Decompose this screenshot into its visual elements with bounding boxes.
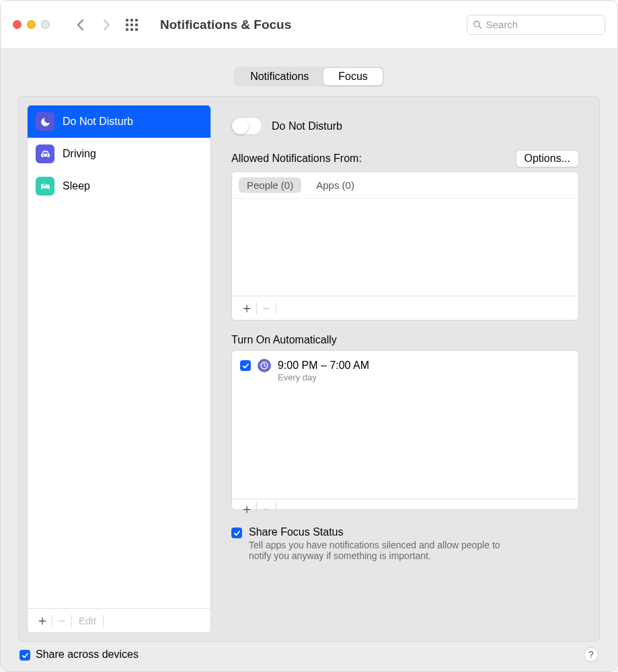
window-title: Notifications & Focus bbox=[160, 17, 291, 32]
tab-segmented-control: Notifications Focus bbox=[234, 67, 384, 87]
window-controls bbox=[13, 20, 50, 29]
grid-icon bbox=[126, 19, 138, 31]
bottom-row: Share across devices ? bbox=[18, 642, 600, 662]
content-area: Notifications Focus Do Not Disturb Drivi… bbox=[1, 49, 617, 671]
share-focus-status-desc: Tell apps you have notifications silence… bbox=[231, 540, 514, 561]
close-window-button[interactable] bbox=[13, 20, 22, 29]
turn-on-label: Turn On Automatically bbox=[231, 334, 579, 346]
focus-item-label: Sleep bbox=[63, 180, 90, 192]
search-input[interactable] bbox=[486, 19, 599, 30]
people-tab[interactable]: People (0) bbox=[239, 177, 301, 193]
svg-line-1 bbox=[479, 26, 481, 28]
do-not-disturb-toggle[interactable] bbox=[231, 117, 262, 135]
edit-focus-button[interactable]: Edit bbox=[72, 615, 103, 626]
schedule-item[interactable]: 9:00 PM – 7:00 AM Every day bbox=[232, 351, 578, 391]
car-icon bbox=[36, 144, 54, 163]
focus-item-driving[interactable]: Driving bbox=[28, 138, 210, 170]
share-across-devices-label: Share across devices bbox=[36, 648, 139, 661]
tab-focus[interactable]: Focus bbox=[323, 68, 383, 85]
add-focus-button[interactable]: ＋ bbox=[33, 612, 52, 630]
focus-item-label: Do Not Disturb bbox=[63, 116, 133, 128]
bed-icon bbox=[36, 177, 54, 196]
chevron-left-icon bbox=[77, 19, 85, 31]
allowed-notifications-box: People (0) Apps (0) ＋ － bbox=[231, 171, 579, 321]
allowed-notifications-label: Allowed Notifications From: bbox=[231, 153, 362, 165]
add-schedule-button[interactable]: ＋ bbox=[237, 499, 256, 518]
chevron-right-icon bbox=[102, 19, 110, 31]
zoom-window-button[interactable] bbox=[41, 20, 50, 29]
tab-notifications[interactable]: Notifications bbox=[235, 68, 323, 85]
help-button[interactable]: ? bbox=[584, 647, 598, 662]
focus-item-label: Driving bbox=[63, 148, 96, 160]
schedule-repeat: Every day bbox=[278, 372, 369, 383]
focus-list: Do Not Disturb Driving Sleep ＋ bbox=[27, 105, 211, 633]
focus-list-footer: ＋ － Edit bbox=[28, 608, 210, 632]
apps-tab[interactable]: Apps (0) bbox=[308, 177, 362, 193]
forward-button[interactable] bbox=[100, 18, 113, 32]
focus-item-sleep[interactable]: Sleep bbox=[28, 170, 210, 202]
allowed-list bbox=[232, 199, 578, 296]
back-button[interactable] bbox=[74, 18, 87, 32]
search-field[interactable] bbox=[467, 15, 605, 35]
share-focus-status-checkbox[interactable] bbox=[231, 528, 242, 538]
add-allowed-button[interactable]: ＋ bbox=[237, 299, 256, 318]
share-across-devices-checkbox[interactable] bbox=[20, 650, 30, 661]
system-preferences-window: Notifications & Focus Notifications Focu… bbox=[0, 0, 618, 672]
remove-allowed-button[interactable]: － bbox=[257, 299, 276, 318]
nav-controls bbox=[74, 18, 139, 32]
show-all-button[interactable] bbox=[125, 18, 139, 32]
share-focus-status-label: Share Focus Status bbox=[249, 526, 344, 538]
search-icon bbox=[473, 19, 481, 30]
main-panel: Do Not Disturb Driving Sleep ＋ bbox=[18, 96, 600, 642]
minimize-window-button[interactable] bbox=[27, 20, 36, 29]
focus-item-do-not-disturb[interactable]: Do Not Disturb bbox=[28, 106, 210, 138]
moon-icon bbox=[36, 112, 54, 131]
options-button[interactable]: Options... bbox=[516, 150, 579, 167]
focus-detail: Do Not Disturb Allowed Notifications Fro… bbox=[219, 105, 591, 633]
schedule-box: 9:00 PM – 7:00 AM Every day ＋ － bbox=[231, 350, 579, 510]
check-icon bbox=[242, 362, 249, 370]
toggle-label: Do Not Disturb bbox=[272, 120, 342, 132]
titlebar: Notifications & Focus bbox=[1, 1, 617, 49]
schedule-checkbox[interactable] bbox=[240, 360, 251, 371]
check-icon bbox=[22, 652, 29, 659]
remove-focus-button[interactable]: － bbox=[52, 612, 71, 630]
check-icon bbox=[233, 530, 241, 537]
schedule-time: 9:00 PM – 7:00 AM bbox=[278, 359, 369, 372]
remove-schedule-button[interactable]: － bbox=[257, 499, 276, 518]
clock-icon bbox=[258, 359, 271, 372]
